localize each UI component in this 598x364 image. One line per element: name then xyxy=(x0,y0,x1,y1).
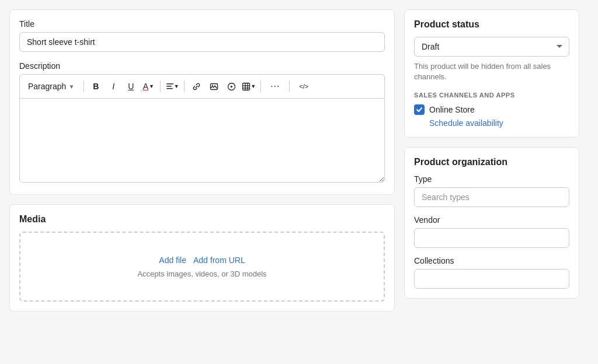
add-from-url-button[interactable]: Add from URL xyxy=(193,256,245,265)
align-chevron-icon: ▼ xyxy=(174,83,179,89)
align-button[interactable]: ▼ xyxy=(164,78,180,94)
svg-point-4 xyxy=(212,85,213,86)
product-organization-title: Product organization xyxy=(414,157,569,167)
link-icon xyxy=(192,82,201,91)
description-toolbar: Paragraph ▼ B I U A ▼ xyxy=(19,74,385,98)
color-chevron-icon: ▼ xyxy=(149,83,154,89)
color-button[interactable]: A ▼ xyxy=(140,78,157,94)
collections-label: Collections xyxy=(414,256,569,265)
schedule-availability-link[interactable]: Schedule availability xyxy=(429,118,569,128)
italic-button[interactable]: I xyxy=(105,78,121,94)
paragraph-label: Paragraph xyxy=(28,82,66,91)
status-select[interactable]: Draft Active xyxy=(414,37,569,57)
code-button[interactable]: </> xyxy=(293,78,314,94)
svg-rect-0 xyxy=(166,83,173,85)
collections-field: Collections xyxy=(414,256,569,289)
media-title: Media xyxy=(19,214,385,225)
channel-row: Online Store xyxy=(414,104,569,115)
side-column: Product status Draft Active This product… xyxy=(404,9,579,299)
align-icon xyxy=(166,82,174,90)
table-button[interactable]: ▼ xyxy=(241,78,257,94)
table-icon xyxy=(242,82,251,91)
status-hint: This product will be hidden from all sal… xyxy=(414,61,569,82)
toolbar-divider-2 xyxy=(160,80,161,92)
toolbar-divider-5 xyxy=(289,80,290,92)
toolbar-divider-1 xyxy=(84,80,84,92)
link-button[interactable] xyxy=(188,78,204,94)
video-icon xyxy=(227,82,236,91)
online-store-label: Online Store xyxy=(429,105,475,114)
online-store-checkbox[interactable] xyxy=(414,104,425,115)
check-icon xyxy=(416,106,423,113)
paragraph-select[interactable]: Paragraph ▼ xyxy=(25,79,78,93)
title-description-card: Title Description Paragraph ▼ B I U A ▼ xyxy=(9,9,395,195)
add-file-button[interactable]: Add file xyxy=(159,256,186,265)
svg-rect-2 xyxy=(166,88,173,89)
title-input[interactable] xyxy=(19,32,385,52)
product-organization-card: Product organization Type Vendor Collect… xyxy=(404,147,579,299)
media-hint: Accepts images, videos, or 3D models xyxy=(137,270,266,278)
toolbar-divider-3 xyxy=(184,80,185,92)
paragraph-chevron-icon: ▼ xyxy=(68,83,74,90)
media-dropzone[interactable]: Add file Add from URL Accepts images, vi… xyxy=(19,232,385,302)
vendor-label: Vendor xyxy=(414,215,569,225)
svg-rect-1 xyxy=(166,86,172,87)
image-icon xyxy=(210,82,218,91)
media-card: Media Add file Add from URL Accepts imag… xyxy=(9,204,395,312)
type-field: Type xyxy=(414,174,569,207)
type-label: Type xyxy=(414,174,569,184)
color-icon: A xyxy=(143,82,148,91)
title-label: Title xyxy=(19,19,385,29)
vendor-input[interactable] xyxy=(414,228,569,248)
type-input[interactable] xyxy=(414,187,569,207)
bold-button[interactable]: B xyxy=(88,78,104,94)
description-textarea[interactable] xyxy=(19,98,385,183)
svg-rect-6 xyxy=(243,83,250,90)
product-status-card: Product status Draft Active This product… xyxy=(404,9,579,138)
main-column: Title Description Paragraph ▼ B I U A ▼ xyxy=(9,9,395,312)
collections-input[interactable] xyxy=(414,269,569,289)
description-section: Description Paragraph ▼ B I U A ▼ xyxy=(19,61,385,185)
toolbar-divider-4 xyxy=(260,80,261,92)
sales-channels-label: SALES CHANNELS AND APPS xyxy=(414,92,569,99)
underline-button[interactable]: U xyxy=(123,78,139,94)
table-chevron-icon: ▼ xyxy=(251,83,256,89)
image-button[interactable] xyxy=(206,78,222,94)
vendor-field: Vendor xyxy=(414,215,569,248)
product-status-title: Product status xyxy=(414,19,569,30)
description-label: Description xyxy=(19,61,385,71)
more-button[interactable]: ··· xyxy=(265,78,286,94)
media-actions: Add file Add from URL xyxy=(159,256,245,265)
video-button[interactable] xyxy=(223,78,239,94)
